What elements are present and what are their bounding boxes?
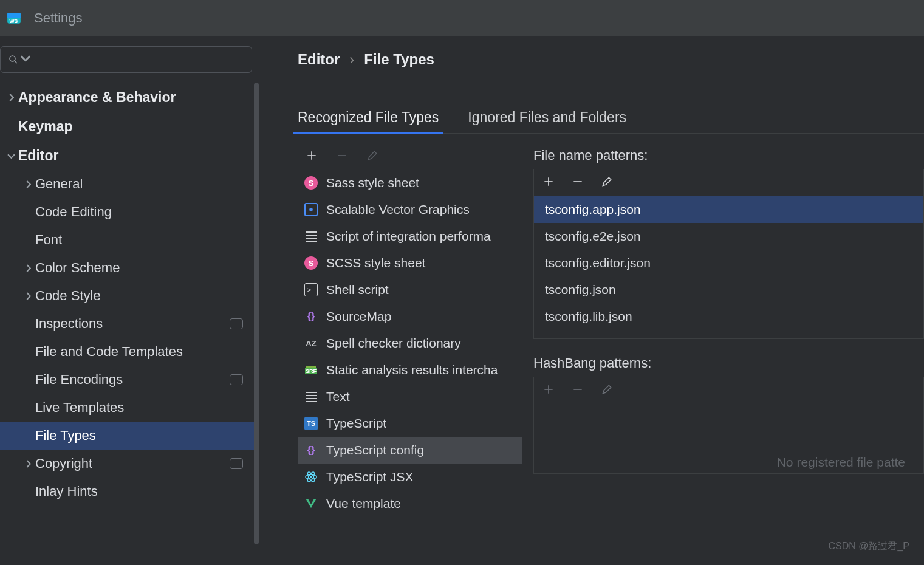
file-type-row[interactable]: TypeScript JSX — [298, 464, 522, 490]
az-icon: AZ — [304, 337, 318, 350]
sidebar-item-live-templates[interactable]: Live Templates — [0, 394, 254, 422]
file-type-row[interactable]: {}SourceMap — [298, 303, 522, 330]
file-type-row[interactable]: >_Shell script — [298, 276, 522, 303]
filename-pattern-row[interactable]: tsconfig.json — [534, 276, 923, 303]
sass-icon: S — [304, 256, 318, 270]
watermark: CSDN @路过君_P — [828, 540, 909, 553]
file-type-row[interactable]: Script of integration performa — [298, 223, 522, 250]
file-type-label: TypeScript config — [326, 443, 424, 457]
file-type-label: Static analysis results intercha — [326, 363, 498, 377]
file-type-row[interactable]: SSass style sheet — [298, 170, 522, 196]
content-area: Editor › File Types Recognized File Type… — [261, 36, 924, 565]
edit-icon[interactable] — [601, 176, 613, 191]
sidebar-scrollbar[interactable] — [254, 83, 259, 544]
file-types-list[interactable]: SSass style sheetScalable Vector Graphic… — [298, 169, 522, 533]
vue-icon — [304, 497, 318, 510]
sidebar-item-label: File and Code Templates — [35, 344, 183, 360]
file-type-row[interactable]: SSCSS style sheet — [298, 250, 522, 276]
filename-pattern-row[interactable]: tsconfig.lib.json — [534, 303, 923, 330]
sidebar-item-file-encodings[interactable]: File Encodings — [0, 366, 254, 394]
file-type-label: SourceMap — [326, 309, 391, 324]
sidebar-item-file-types[interactable]: File Types — [0, 422, 254, 450]
file-type-label: Shell script — [326, 282, 389, 297]
filename-pattern-row[interactable]: tsconfig.editor.json — [534, 250, 923, 276]
filename-pattern-row[interactable]: tsconfig.app.json — [534, 196, 923, 223]
srf-icon: SRF — [304, 363, 318, 377]
project-scheme-badge — [230, 458, 243, 469]
chevron-down-icon — [4, 153, 18, 159]
app-icon: WS — [6, 10, 22, 26]
file-type-row[interactable]: {}TypeScript config — [298, 437, 522, 464]
file-type-label: Text — [326, 389, 350, 404]
shell-icon: >_ — [304, 283, 318, 296]
sidebar-item-color-scheme[interactable]: Color Scheme — [0, 254, 254, 282]
edit-icon[interactable] — [601, 383, 613, 399]
sidebar-item-label: File Types — [35, 428, 96, 443]
file-type-label: TypeScript — [326, 416, 386, 431]
svg-icon — [304, 203, 318, 216]
chevron-right-icon — [21, 292, 35, 300]
sidebar-item-label: Font — [35, 232, 62, 248]
sidebar-item-label: Live Templates — [35, 400, 124, 416]
sidebar-item-label: File Encodings — [35, 372, 123, 388]
sidebar-item-code-editing[interactable]: Code Editing — [0, 198, 254, 226]
file-types-toolbar — [298, 142, 522, 169]
sidebar-item-editor[interactable]: Editor — [0, 141, 254, 170]
filename-patterns-list[interactable]: tsconfig.app.jsontsconfig.e2e.jsontsconf… — [534, 196, 923, 339]
chevron-right-icon — [21, 264, 35, 272]
sidebar-item-inlay-hints[interactable]: Inlay Hints — [0, 478, 254, 505]
file-type-label: Sass style sheet — [326, 176, 419, 190]
svg-text:WS: WS — [9, 18, 18, 24]
sidebar-item-copyright[interactable]: Copyright — [0, 450, 254, 478]
sass-icon: S — [304, 176, 318, 190]
remove-icon[interactable] — [572, 176, 584, 191]
chevron-right-icon — [21, 460, 35, 468]
chevron-right-icon — [4, 94, 18, 101]
filename-pattern-row[interactable]: tsconfig.spec.json — [534, 330, 923, 339]
sidebar-item-font[interactable]: Font — [0, 226, 254, 254]
svg-point-8 — [309, 208, 313, 211]
file-type-row[interactable]: TSTypeScript — [298, 410, 522, 437]
file-type-label: TypeScript JSX — [326, 470, 414, 484]
edit-icon[interactable] — [366, 149, 379, 162]
braces-icon: {} — [304, 443, 318, 457]
sidebar-item-inspections[interactable]: Inspections — [0, 310, 254, 338]
file-type-row[interactable]: SRFStatic analysis results intercha — [298, 357, 522, 383]
sidebar-item-label: Code Style — [35, 288, 101, 304]
add-icon[interactable] — [542, 176, 555, 191]
file-type-row[interactable]: Text — [298, 383, 522, 410]
remove-icon[interactable] — [572, 383, 584, 399]
sidebar-item-keymap[interactable]: Keymap — [0, 112, 254, 141]
titlebar: WS Settings — [0, 0, 924, 36]
filename-patterns-label: File name patterns: — [533, 142, 924, 169]
filename-pattern-row[interactable]: tsconfig.e2e.json — [534, 223, 923, 250]
add-icon[interactable] — [542, 383, 555, 399]
project-scheme-badge — [230, 318, 243, 329]
svg-point-9 — [310, 476, 312, 478]
file-type-row[interactable]: Scalable Vector Graphics — [298, 196, 522, 223]
hashbang-patterns-box: No registered file patte — [533, 377, 924, 474]
hashbang-empty-text: No registered file patte — [777, 455, 905, 470]
patterns-section: File name patterns: tsconfig.app.jsontsc… — [522, 142, 924, 533]
file-type-row[interactable]: Vue template — [298, 490, 522, 517]
add-icon[interactable] — [305, 149, 318, 162]
remove-icon[interactable] — [335, 149, 349, 162]
sidebar-item-file-and-code-templates[interactable]: File and Code Templates — [0, 338, 254, 366]
project-scheme-badge — [230, 374, 243, 385]
svg-line-4 — [15, 61, 17, 63]
sidebar-item-label: Inlay Hints — [35, 484, 98, 499]
sidebar-search-input[interactable] — [0, 46, 252, 73]
settings-tree: Appearance & BehaviorKeymapEditorGeneral… — [0, 83, 261, 505]
sidebar-item-appearance-behavior[interactable]: Appearance & Behavior — [0, 83, 254, 112]
sidebar-item-label: Appearance & Behavior — [18, 89, 176, 106]
hashbang-patterns-toolbar — [534, 377, 923, 404]
sidebar-item-general[interactable]: General — [0, 170, 254, 198]
react-icon — [304, 470, 318, 484]
sidebar-item-label: Code Editing — [35, 204, 112, 220]
tab-ignored-files-and-folders[interactable]: Ignored Files and Folders — [468, 104, 626, 133]
sidebar-item-code-style[interactable]: Code Style — [0, 282, 254, 310]
tab-recognized-file-types[interactable]: Recognized File Types — [298, 104, 439, 133]
file-type-row[interactable]: AZSpell checker dictionary — [298, 330, 522, 357]
svg-point-3 — [10, 56, 15, 61]
braces-icon: {} — [304, 310, 318, 323]
